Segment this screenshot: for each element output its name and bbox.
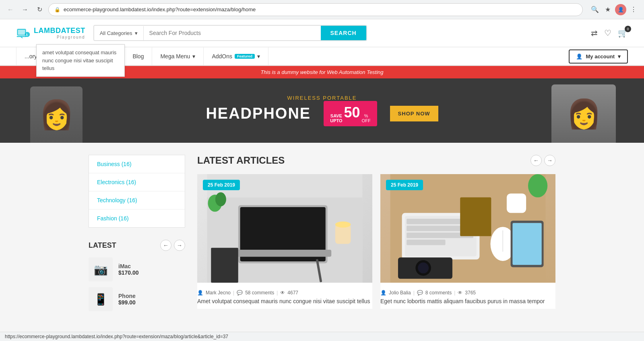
article-excerpt-0: Amet volutpat consequat mauris nunc cong… (197, 297, 372, 306)
svg-point-30 (418, 263, 429, 273)
address-text: ecommerce-playground.lambdatest.io/index… (64, 6, 577, 12)
article-meta-row-0: 👤 Mark Jecno | 💬 58 comments | 👁 4677 (197, 286, 372, 297)
banner-left-figure: 👩 (24, 82, 89, 143)
articles-header: LATEST ARTICLES ← → (197, 155, 555, 166)
article-image-1: 25 Feb 2019 (380, 174, 555, 283)
author-icon-1: 👤 (380, 290, 386, 296)
article-card-0[interactable]: 25 Feb 2019 (197, 174, 372, 309)
cart-icon[interactable]: 🛒 0 (618, 28, 628, 38)
search-input[interactable] (144, 26, 321, 40)
search-bar: All Categories ▾ SEARCH (93, 25, 367, 41)
category-fashion[interactable]: Fashion (16) (89, 210, 185, 227)
chevron-down-icon: ▾ (135, 30, 138, 36)
logo[interactable]: λ LAMBDATEST Playground (16, 26, 85, 40)
svg-point-31 (528, 174, 547, 197)
hero-banner: 👩 WIRELESS PORTABLE HEADPHONE SAVE UPTO … (0, 78, 644, 143)
article-meta-1: 👤 Jolio Balia | 💬 8 comments | 👁 3765 Eg… (380, 283, 555, 309)
svg-point-14 (335, 222, 351, 228)
product-item-phone[interactable]: 📱 Phone $99.00 (89, 287, 185, 311)
articles-next-button[interactable]: → (544, 155, 555, 166)
latest-next-button[interactable]: → (174, 240, 185, 251)
sidebar: Business (16) Electronics (16) Technolog… (89, 155, 185, 317)
product-info-phone: Phone $99.00 (118, 293, 136, 306)
banner-subtitle: WIRELESS PORTABLE (206, 95, 438, 101)
articles-title: LATEST ARTICLES (197, 155, 285, 166)
svg-rect-26 (507, 193, 526, 213)
my-account-button[interactable]: 👤 My account ▾ (569, 49, 628, 64)
nav-item-mega-menu[interactable]: Mega Menu ▾ (152, 47, 204, 65)
product-image-imac: 📷 (89, 257, 113, 281)
browser-right-icons: 🔍 ★ 👤 ⋮ (589, 4, 639, 15)
article-image-0: 25 Feb 2019 (197, 174, 372, 283)
svg-point-12 (215, 192, 226, 206)
search-button[interactable]: SEARCH (321, 26, 366, 40)
article-meta-0: 👤 Mark Jecno | 💬 58 comments | 👁 4677 Am… (197, 283, 372, 309)
comments-icon-0: 💬 (237, 290, 243, 296)
back-button[interactable]: ← (5, 4, 16, 15)
banner-title: HEADPHONE (206, 105, 311, 122)
banner-inline: HEADPHONE SAVE UPTO 50 % OFF SHOP NOW (206, 101, 438, 126)
articles-section: LATEST ARTICLES ← → 25 Feb 2019 (197, 155, 555, 317)
article-meta-row-1: 👤 Jolio Balia | 💬 8 comments | 👁 3765 (380, 286, 555, 297)
banner-right-figure: 👩 (547, 80, 620, 143)
articles-prev-button[interactable]: ← (530, 155, 542, 166)
category-business[interactable]: Business (16) (89, 155, 185, 173)
articles-grid: 25 Feb 2019 (197, 174, 555, 309)
cart-badge: 0 (625, 26, 631, 32)
logo-brand: LAMBDATEST (34, 27, 85, 35)
banner-content: WIRELESS PORTABLE HEADPHONE SAVE UPTO 50… (206, 95, 438, 126)
exchange-icon[interactable]: ⇄ (591, 28, 598, 38)
bookmark-icon[interactable]: ★ (602, 4, 613, 15)
article-date-1: 25 Feb 2019 (386, 180, 423, 190)
forward-button[interactable]: → (19, 4, 31, 15)
svg-rect-33 (512, 223, 541, 265)
svg-rect-27 (460, 197, 491, 236)
wishlist-icon[interactable]: ♡ (604, 28, 611, 38)
product-image-phone: 📱 (89, 287, 113, 311)
nav-item-addons[interactable]: AddOns Featured ▾ (204, 47, 268, 65)
views-icon-1: 👁 (458, 290, 462, 296)
banner-promo: SAVE UPTO 50 % OFF (324, 101, 377, 126)
sidebar-latest: LATEST ← → 📷 iMac $170.00 📱 (89, 240, 185, 311)
address-bar[interactable]: 🔒 ecommerce-playground.lambdatest.io/ind… (48, 3, 583, 16)
svg-rect-10 (234, 250, 331, 257)
latest-prev-button[interactable]: ← (160, 240, 171, 251)
sidebar-latest-header: LATEST ← → (89, 240, 185, 251)
latest-nav-arrows: ← → (160, 240, 185, 251)
comments-icon-1: 💬 (417, 290, 423, 296)
lock-icon: 🔒 (54, 7, 60, 12)
reload-button[interactable]: ↻ (34, 4, 45, 15)
main-content: Business (16) Electronics (16) Technolog… (80, 155, 564, 317)
article-excerpt-1: Eget nunc lobortis mattis aliquam faucib… (380, 297, 555, 306)
articles-nav-arrows: ← → (530, 155, 555, 166)
views-icon-0: 👁 (280, 290, 285, 296)
sidebar-categories: Business (16) Electronics (16) Technolog… (89, 155, 185, 228)
shop-now-button[interactable]: SHOP NOW (390, 106, 438, 121)
menu-icon[interactable]: ⋮ (628, 4, 639, 15)
person-icon: 👤 (576, 53, 582, 60)
category-dropdown[interactable]: All Categories ▾ (94, 26, 144, 40)
chevron-down-icon-mega: ▾ (192, 53, 195, 60)
tooltip: amet volutpat consequat mauris nunc cong… (36, 44, 125, 77)
article-date-0: 25 Feb 2019 (203, 180, 240, 190)
header-icons: ⇄ ♡ 🛒 0 (591, 28, 628, 38)
featured-badge: Featured (235, 54, 255, 59)
product-info: iMac $170.00 (118, 263, 139, 276)
category-technology[interactable]: Technology (16) (89, 191, 185, 210)
search-icon-browser[interactable]: 🔍 (589, 4, 601, 15)
category-electronics[interactable]: Electronics (16) (89, 173, 185, 191)
product-item-imac[interactable]: 📷 iMac $170.00 (89, 257, 185, 281)
svg-rect-23 (407, 240, 445, 245)
article-card-1[interactable]: 25 Feb 2019 (380, 174, 555, 309)
browser-chrome: ← → ↻ 🔒 ecommerce-playground.lambdatest.… (0, 0, 644, 19)
sidebar-latest-title: LATEST (89, 241, 116, 250)
svg-rect-16 (211, 248, 238, 283)
author-icon-0: 👤 (197, 290, 203, 296)
chevron-down-icon-account: ▾ (618, 53, 621, 60)
chevron-down-icon-addons: ▾ (257, 53, 260, 60)
nav-item-blog[interactable]: Blog (124, 47, 152, 65)
user-avatar[interactable]: 👤 (615, 4, 626, 15)
svg-text:λ: λ (26, 33, 28, 37)
logo-icon: λ (16, 26, 31, 40)
site-header: λ LAMBDATEST Playground All Categories ▾… (0, 19, 644, 47)
